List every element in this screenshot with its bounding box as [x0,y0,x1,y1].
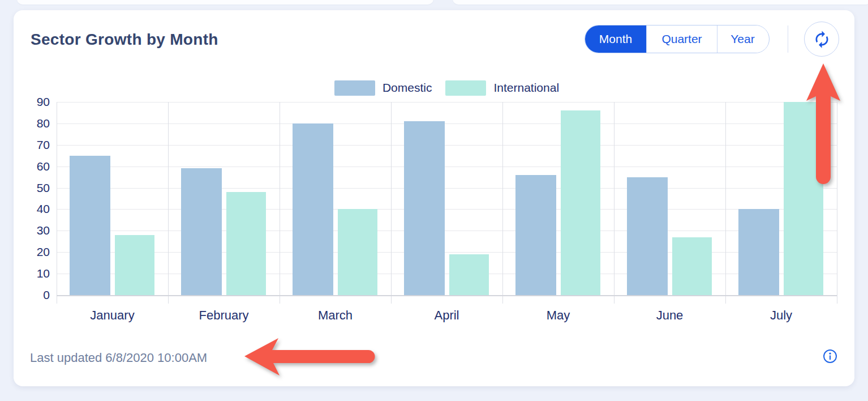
legend-item: Domestic [334,80,432,96]
bar-international-june [672,237,712,295]
gridline-vertical [725,102,726,304]
bar-international-april [449,254,489,295]
bar-domestic-march [293,123,333,295]
legend-label: Domestic [383,81,432,95]
y-axis-tick-label: 50 [14,181,50,195]
x-axis-tick-label: February [168,308,280,323]
legend-label: International [493,81,559,95]
x-axis-tick-label: April [391,308,502,323]
cropped-card-above-right [453,0,868,5]
x-axis-tick-label: May [502,308,614,323]
x-axis-tick-label: January [57,308,168,323]
x-axis-line [57,295,837,296]
y-axis-tick-label: 10 [14,267,50,280]
legend-item: International [445,80,559,96]
gridline-horizontal [57,167,837,167]
bar-international-july [784,102,823,295]
bar-domestic-july [738,209,779,295]
header-divider [788,25,788,53]
y-axis-tick-label: 80 [14,117,50,130]
gridline-vertical [57,102,57,304]
y-axis-tick-label: 40 [14,202,50,216]
x-axis-tick-label: July [725,308,837,323]
refresh-icon [813,30,831,49]
y-axis-tick-label: 70 [14,138,50,152]
plot-area: JanuaryFebruaryMarchAprilMayJuneJuly [57,102,837,295]
y-axis-tick-label: 20 [14,245,50,259]
legend-swatch [334,80,375,96]
bar-international-may [561,110,600,295]
gridline-vertical [614,102,615,304]
bar-chart: JanuaryFebruaryMarchAprilMayJuneJuly 010… [14,102,854,345]
gridline-horizontal [57,209,837,210]
gridline-horizontal [57,102,837,103]
bar-domestic-february [181,168,222,295]
bar-international-january [115,235,154,295]
legend-swatch [445,80,486,96]
bar-domestic-may [515,175,556,295]
gridline-horizontal [57,252,837,253]
refresh-button[interactable] [804,22,839,57]
gridline-vertical [391,102,392,304]
sector-growth-card: Sector Growth by Month Month Quarter Yea… [14,10,854,386]
y-axis-tick-label: 30 [14,224,50,237]
y-axis-tick-label: 60 [14,160,50,173]
gridline-vertical [280,102,280,304]
card-title: Sector Growth by Month [31,31,218,49]
gridline-vertical [502,102,503,304]
chart-legend: DomesticInternational [57,79,837,96]
gridline-vertical [837,102,837,304]
gridline-horizontal [57,188,837,189]
x-axis-tick-label: March [280,308,391,323]
gridline-horizontal [57,231,837,231]
cropped-card-above-left [17,0,433,5]
toggle-quarter-button[interactable]: Quarter [646,25,717,53]
last-updated-text: Last updated 6/8/2020 10:00AM [30,351,207,365]
time-range-toggle: Month Quarter Year [585,25,770,53]
gridline-vertical [168,102,169,304]
gridline-horizontal [57,274,837,274]
bar-domestic-april [404,121,445,295]
bar-domestic-january [70,156,110,295]
y-axis-tick-label: 90 [14,95,50,109]
toggle-month-button[interactable]: Month [585,25,646,53]
bar-international-february [226,192,266,295]
bar-international-march [338,209,377,295]
gridline-horizontal [57,145,837,146]
toggle-year-button[interactable]: Year [717,25,768,53]
info-button[interactable] [822,348,838,364]
y-axis-tick-label: 0 [14,288,50,302]
bar-domestic-june [627,177,668,295]
x-axis-tick-label: June [614,308,725,323]
gridline-horizontal [57,123,837,124]
info-icon [822,348,838,364]
